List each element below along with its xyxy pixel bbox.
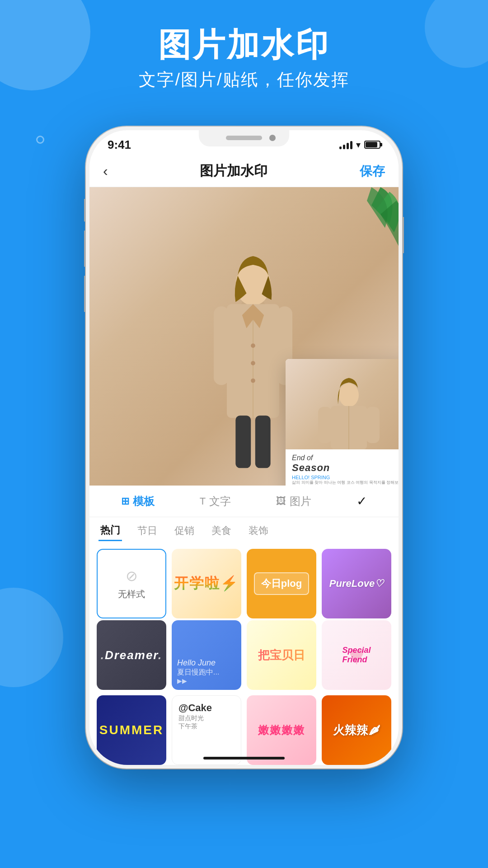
card-person <box>286 359 399 449</box>
category-tabs: 热门 节日 促销 美食 装饰 <box>89 517 399 544</box>
watermark-card-text: End of Season HELLO! SPRING 삶의 의미를 찾아 떠나… <box>286 449 399 486</box>
template-hot[interactable]: 火辣辣🌶 <box>322 695 391 765</box>
template-school[interactable]: 开学啦⚡ <box>172 549 241 618</box>
template-june[interactable]: Hello June 夏日慢跑中... ▶▶ <box>172 620 241 690</box>
school-text: 开学啦⚡ <box>174 574 239 594</box>
cake-line2: 甜点时光下午茶 <box>178 714 204 730</box>
tab-image-label: 图片 <box>290 494 311 509</box>
cat-deco[interactable]: 装饰 <box>247 521 270 540</box>
template-dreamer[interactable]: .Dreamer. <box>97 620 166 690</box>
watermark-card: End of Season HELLO! SPRING 삶의 의미를 찾아 떠나… <box>286 359 399 486</box>
status-time: 9:41 <box>108 138 131 152</box>
grid-icon: ⊞ <box>121 495 129 507</box>
no-style-icon: ⊘ <box>126 567 138 585</box>
phone-frame: 9:41 ▾ ‹ 图片加水印 保存 <box>86 127 402 769</box>
template-no-style[interactable]: ⊘ 无样式 <box>97 549 166 618</box>
signal-icon <box>339 140 352 149</box>
cake-line1: @Cake <box>178 702 212 714</box>
main-image-area: End of Season HELLO! SPRING 삶의 의미를 찾아 떠나… <box>89 187 399 486</box>
summer-text: SUMMER <box>99 723 164 737</box>
fashion-photo: End of Season HELLO! SPRING 삶의 의미를 찾아 떠나… <box>89 187 399 486</box>
nen-text: 嫩嫩嫩嫩 <box>258 723 305 737</box>
template-cake[interactable]: @Cake 甜点时光下午茶 <box>172 695 241 765</box>
template-friend[interactable]: ♥ SpecialFriend <box>322 620 391 690</box>
check-icon: ✓ <box>357 494 367 509</box>
watermark-card-image <box>286 359 399 449</box>
svg-point-5 <box>251 361 255 366</box>
svg-point-4 <box>251 344 255 348</box>
phone-mockup: 9:41 ▾ ‹ 图片加水印 保存 <box>86 127 402 769</box>
svg-point-6 <box>251 378 255 383</box>
cat-holiday[interactable]: 节日 <box>136 521 159 540</box>
tab-template-label: 模板 <box>133 494 155 509</box>
svg-rect-9 <box>235 415 251 468</box>
battery-icon <box>364 141 380 149</box>
template-plog[interactable]: 今日plog <box>247 549 316 618</box>
tab-check[interactable]: ✓ <box>347 489 376 513</box>
svg-rect-7 <box>214 307 229 385</box>
header-area: 图片加水印 文字/图片/贴纸，任你发挥 <box>0 27 488 91</box>
template-nen[interactable]: 嫩嫩嫩嫩 <box>247 695 316 765</box>
nav-bar: ‹ 图片加水印 保存 <box>89 156 399 187</box>
tab-text-label: 文字 <box>209 494 231 509</box>
phone-inner: 9:41 ▾ ‹ 图片加水印 保存 <box>89 130 399 765</box>
camera <box>269 135 276 141</box>
image-icon: 🖼 <box>276 495 286 507</box>
bg-dot <box>36 136 44 144</box>
june-line1: Hello June <box>177 658 216 668</box>
love-text: PureLove♡ <box>329 578 384 590</box>
no-style-label: 无样式 <box>118 588 145 600</box>
template-love[interactable]: PureLove♡ <box>322 549 391 618</box>
speaker <box>226 136 262 140</box>
tab-text[interactable]: T 文字 <box>191 490 240 513</box>
header-subtitle: 文字/图片/贴纸，任你发挥 <box>0 68 488 91</box>
template-summer[interactable]: SUMMER <box>97 695 166 765</box>
nav-title: 图片加水印 <box>200 162 267 180</box>
nav-save-button[interactable]: 保存 <box>360 163 385 180</box>
wifi-icon: ▾ <box>356 139 361 150</box>
template-grid: ⊘ 无样式 开学啦⚡ 今日plog PureLove♡ <box>89 544 399 765</box>
status-icons: ▾ <box>339 139 380 150</box>
header-title: 图片加水印 <box>0 27 488 63</box>
hot-text: 火辣辣🌶 <box>333 722 380 738</box>
bg-circle-bottomleft <box>0 588 63 687</box>
cat-promo[interactable]: 促销 <box>173 521 196 540</box>
baby-text: 把宝贝日 <box>258 647 305 663</box>
svg-point-11 <box>339 383 359 407</box>
friend-text: SpecialFriend <box>342 646 371 665</box>
svg-rect-14 <box>318 407 332 443</box>
tab-image[interactable]: 🖼 图片 <box>267 490 320 513</box>
bottom-tabs: ⊞ 模板 T 文字 🖼 图片 ✓ <box>89 486 399 517</box>
dreamer-text: .Dreamer. <box>101 648 163 662</box>
svg-rect-15 <box>366 407 380 443</box>
june-line2: 夏日慢跑中... <box>177 668 219 677</box>
june-music: ▶▶ <box>177 677 187 684</box>
phone-notch <box>199 130 289 146</box>
template-baby[interactable]: 把宝贝日 <box>247 620 316 690</box>
cat-food[interactable]: 美食 <box>210 521 233 540</box>
home-indicator <box>203 757 285 760</box>
tab-template[interactable]: ⊞ 模板 <box>112 490 164 513</box>
svg-rect-10 <box>255 415 271 468</box>
plog-text: 今日plog <box>254 572 309 595</box>
nav-back-button[interactable]: ‹ <box>103 163 108 179</box>
cat-hot[interactable]: 热门 <box>99 521 122 541</box>
text-icon: T <box>200 495 206 507</box>
